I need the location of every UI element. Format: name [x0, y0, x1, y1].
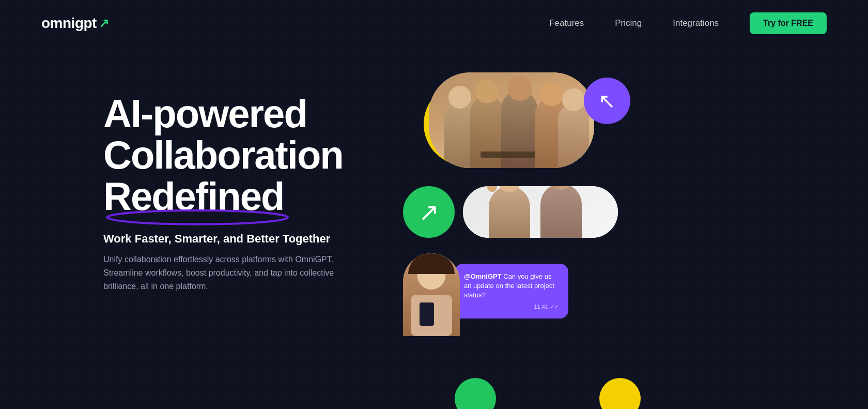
nav-features[interactable]: Features: [549, 18, 584, 28]
chat-time: 11:41 ✓✓: [464, 304, 559, 310]
middle-card: ↗: [403, 186, 618, 238]
team-photo: [429, 72, 594, 168]
svg-point-0: [107, 210, 288, 224]
navbar: omnigpt↗ Features Pricing Integrations T…: [0, 0, 868, 47]
back-arrow-icon: ↖: [598, 89, 616, 113]
chat-person-photo: [403, 253, 460, 336]
nav-integrations[interactable]: Integrations: [673, 18, 719, 28]
nav-pricing[interactable]: Pricing: [615, 18, 642, 28]
try-free-button[interactable]: Try for FREE: [750, 12, 827, 34]
green-arrow-circle: ↗: [403, 186, 455, 238]
bottom-green-circle: [455, 378, 496, 409]
hero-visuals: ↖ ↗: [393, 62, 827, 409]
logo-text: omnigpt: [41, 15, 97, 32]
up-right-arrow-icon: ↗: [419, 198, 439, 226]
hero-body: Unify collaboration effortlessly across …: [103, 253, 351, 293]
chat-message: @OmniGPT Can you give us an update on th…: [464, 272, 559, 300]
headline-line1: AI-powered: [103, 93, 372, 134]
celebration-photo: [463, 186, 618, 238]
hero-subheading: Work Faster, Smarter, and Better Togethe…: [103, 232, 372, 246]
bottom-yellow-circle: [599, 378, 641, 409]
oval-underline: [98, 205, 297, 226]
nav-links: Features Pricing Integrations Try for FR…: [549, 12, 827, 34]
team-photo-sim: [429, 72, 594, 168]
hero-section: AI-powered Collaboration Redefined Work …: [0, 47, 868, 409]
hero-text: AI-powered Collaboration Redefined Work …: [103, 62, 372, 293]
celebration-card: [463, 186, 618, 238]
chat-bubble: @OmniGPT Can you give us an update on th…: [455, 264, 568, 319]
headline-line2: Collaboration: [103, 134, 372, 176]
logo: omnigpt↗: [41, 15, 109, 32]
headline-line3: Redefined: [103, 176, 284, 217]
chat-card: @OmniGPT Can you give us an update on th…: [403, 253, 568, 336]
chat-mention: @OmniGPT: [464, 272, 502, 280]
hero-headline: AI-powered Collaboration Redefined: [103, 93, 372, 217]
purple-arrow-circle: ↖: [584, 78, 630, 124]
logo-arrow: ↗: [99, 16, 109, 31]
